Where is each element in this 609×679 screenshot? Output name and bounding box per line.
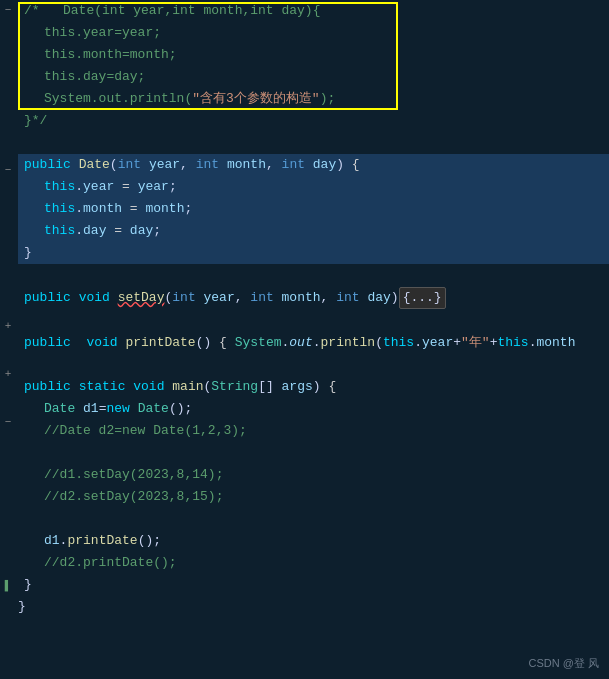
fold-icon-4[interactable]: + xyxy=(2,368,14,380)
fold-icon-1[interactable]: − xyxy=(2,4,14,16)
line-date-d1: Date d1=new Date(); xyxy=(18,398,609,420)
line-constructor-day: this.day = day; xyxy=(18,220,609,242)
line-main-sig: public static void main(String[] args) { xyxy=(18,376,609,398)
fold-icon-2[interactable]: − xyxy=(2,164,14,176)
code-editor: − − + + − ▌ /* Date(int year,int month,i… xyxy=(0,0,609,679)
line-comment-d2: //Date d2=new Date(1,2,3); xyxy=(18,420,609,442)
line-printdate: public void printDate() { System.out.pri… xyxy=(18,332,609,354)
line-empty-3 xyxy=(18,310,609,332)
line-comment-2: this.year=year; xyxy=(18,22,609,44)
line-main-close: } xyxy=(18,574,609,596)
line-empty-1 xyxy=(18,132,609,154)
line-empty-4 xyxy=(18,354,609,376)
line-constructor-close: } xyxy=(18,242,609,264)
watermark: CSDN @登 风 xyxy=(529,656,599,671)
line-constructor-month: this.month = month; xyxy=(18,198,609,220)
gutter: − − + + − ▌ xyxy=(0,0,18,679)
line-comment-d1-setday: //d1.setDay(2023,8,14); xyxy=(18,464,609,486)
line-comment-d2-printdate: //d2.printDate(); xyxy=(18,552,609,574)
line-constructor-sig: public Date(int year, int month, int day… xyxy=(18,154,609,176)
line-empty-5 xyxy=(18,442,609,464)
line-setday: public void setDay(int year, int month, … xyxy=(18,286,609,310)
line-empty-6 xyxy=(18,508,609,530)
line-comment-d2-setday: //d2.setDay(2023,8,15); xyxy=(18,486,609,508)
line-comment-end: }*/ xyxy=(18,110,609,132)
fold-icon-3[interactable]: + xyxy=(2,320,14,332)
line-comment-3: this.month=month; xyxy=(18,44,609,66)
line-constructor-year: this.year = year; xyxy=(18,176,609,198)
line-empty-2 xyxy=(18,264,609,286)
line-class-close: } xyxy=(18,596,609,618)
line-comment-4: this.day=day; xyxy=(18,66,609,88)
code-lines: /* Date(int year,int month,int day){ thi… xyxy=(18,0,609,618)
line-comment-5: System.out.println("含有3个参数的构造"); xyxy=(18,88,609,110)
line-d1-printdate: d1.printDate(); xyxy=(18,530,609,552)
blue-marker: ▌ xyxy=(2,580,14,592)
fold-icon-5[interactable]: − xyxy=(2,416,14,428)
line-comment-start: /* Date(int year,int month,int day){ xyxy=(18,0,609,22)
